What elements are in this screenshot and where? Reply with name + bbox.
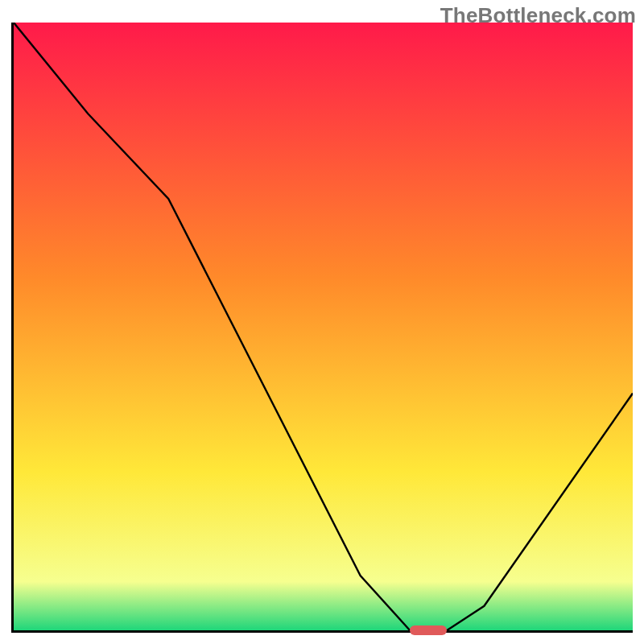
svg-rect-0 <box>14 23 633 630</box>
background-gradient <box>14 23 633 630</box>
plot-area <box>14 23 633 630</box>
plot-frame <box>11 23 633 633</box>
optimal-zone-marker <box>410 625 447 635</box>
chart-container: TheBottleneck.com <box>0 0 644 644</box>
